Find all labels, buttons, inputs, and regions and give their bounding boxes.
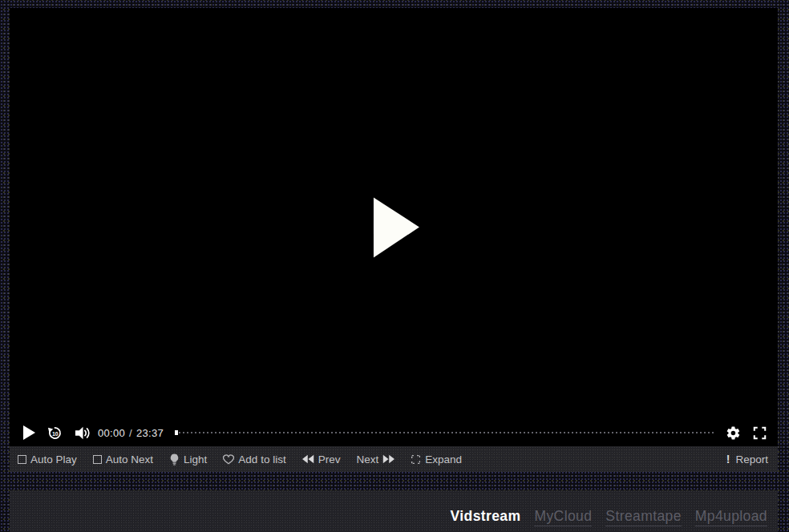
- current-time: 00:00: [98, 427, 125, 439]
- auto-play-label: Auto Play: [30, 453, 77, 466]
- server-selection-panel: Vidstream MyCloud Streamtape Mp4upload: [10, 490, 778, 532]
- time-separator: /: [129, 427, 132, 439]
- light-toggle[interactable]: Light: [169, 453, 207, 466]
- auto-play-toggle[interactable]: Auto Play: [18, 453, 77, 466]
- auto-next-checkbox-icon[interactable]: [93, 455, 102, 464]
- next-label: Next: [356, 453, 378, 466]
- volume-button[interactable]: [75, 425, 91, 441]
- auto-next-toggle[interactable]: Auto Next: [93, 453, 153, 466]
- report-label: Report: [735, 453, 768, 466]
- expand-icon: [411, 454, 421, 465]
- server-streamtape[interactable]: Streamtape: [605, 508, 681, 526]
- exclamation-icon: !: [726, 453, 730, 466]
- settings-button[interactable]: [726, 425, 741, 441]
- progress-bar[interactable]: [175, 430, 714, 435]
- rewind-10-icon: 10: [47, 425, 63, 441]
- expand-label: Expand: [425, 453, 462, 466]
- prev-episode-button[interactable]: Prev: [302, 453, 341, 466]
- progress-track: [175, 432, 714, 433]
- add-to-list-button[interactable]: Add to list: [223, 453, 285, 466]
- server-vidstream[interactable]: Vidstream: [451, 508, 521, 526]
- expand-button[interactable]: Expand: [411, 453, 462, 466]
- server-mycloud[interactable]: MyCloud: [534, 508, 592, 526]
- play-button[interactable]: [22, 425, 35, 440]
- next-icon: [382, 454, 394, 464]
- heart-icon: [223, 454, 234, 465]
- light-label: Light: [184, 453, 207, 466]
- player-control-bar: 10 00:00/23:37: [10, 421, 778, 446]
- svg-text:10: 10: [52, 430, 59, 436]
- prev-icon: [302, 454, 314, 464]
- play-icon: [23, 425, 35, 440]
- progress-playhead[interactable]: [175, 430, 178, 435]
- lightbulb-icon: [169, 453, 180, 466]
- auto-next-label: Auto Next: [106, 453, 153, 466]
- time-display: 00:00/23:37: [98, 427, 164, 439]
- server-mp4upload[interactable]: Mp4upload: [695, 508, 767, 526]
- big-play-button[interactable]: [374, 197, 419, 257]
- duration: 23:37: [136, 427, 164, 439]
- video-player[interactable]: 10 00:00/23:37: [10, 8, 778, 446]
- rewind-10-button[interactable]: 10: [47, 425, 63, 441]
- add-to-list-label: Add to list: [238, 453, 285, 466]
- player-toolbar: Auto Play Auto Next Light Add to list Pr…: [10, 446, 778, 472]
- gear-icon: [726, 425, 741, 441]
- next-episode-button[interactable]: Next: [356, 453, 394, 466]
- fullscreen-button[interactable]: [752, 425, 767, 441]
- fullscreen-icon: [752, 425, 767, 441]
- report-button[interactable]: ! Report: [726, 453, 768, 466]
- auto-play-checkbox-icon[interactable]: [18, 455, 26, 464]
- prev-label: Prev: [318, 453, 341, 466]
- volume-icon: [75, 425, 91, 441]
